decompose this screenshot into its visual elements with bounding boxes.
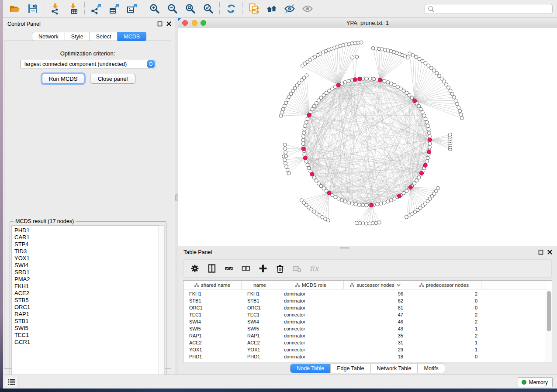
mcds-result-node[interactable]: YOX1 <box>14 255 159 262</box>
mcds-result-node[interactable]: RAP1 <box>14 311 159 318</box>
export-image-icon[interactable] <box>123 1 141 16</box>
new-network-from-selection-icon[interactable] <box>245 1 263 16</box>
cell-shared-name: ACE2 <box>183 339 242 346</box>
splitter-grip[interactable] <box>175 194 178 201</box>
cell-shared-name: RAP1 <box>183 332 242 339</box>
tab-network[interactable]: Network <box>32 32 65 41</box>
table-scrollbar-thumb[interactable] <box>547 291 551 331</box>
vertical-splitter[interactable] <box>175 18 178 375</box>
table-row[interactable]: ORC1ORC1dominator610 <box>183 304 547 311</box>
export-network-icon[interactable] <box>87 1 105 16</box>
network-canvas[interactable] <box>178 28 557 246</box>
tab-node-table[interactable]: Node Table <box>291 364 330 373</box>
table-row[interactable]: FKH1FKH1dominator962 <box>183 290 547 297</box>
hide-selected-icon[interactable] <box>280 1 298 16</box>
float-table-panel-icon[interactable] <box>538 249 544 255</box>
delete-icon[interactable] <box>273 262 287 275</box>
column-header-MCDS-role[interactable]: MCDS role <box>278 281 344 289</box>
memory-button[interactable]: Memory <box>518 377 553 387</box>
optimization-criterion-select[interactable]: largest connected component (undirected) <box>20 59 156 69</box>
mcds-result-node[interactable]: STP4 <box>14 241 159 248</box>
first-neighbors-icon[interactable] <box>263 1 280 16</box>
cell-successor-nodes: 46 <box>344 318 407 325</box>
select-stepper-icon <box>147 60 155 68</box>
table-row[interactable]: SWI4SWI4dominator462 <box>183 318 547 325</box>
clear-icon <box>291 262 304 275</box>
mcds-result-node[interactable]: ORC1 <box>14 304 159 311</box>
cell-successor-nodes: 18 <box>344 353 407 360</box>
task-history-button[interactable] <box>5 377 18 387</box>
cell-name: ACE2 <box>242 339 278 346</box>
mcds-result-node[interactable]: STB5 <box>14 297 159 304</box>
show-all-icon <box>298 1 316 16</box>
cell-MCDS-role: dominator <box>278 353 344 360</box>
mcds-result-list[interactable]: PHD1CAR1STP4TID3YOX1SWI4SRD1PMA2FKH1ACE2… <box>11 225 159 382</box>
mcds-result-node[interactable]: PMA2 <box>14 276 159 283</box>
table-row[interactable]: PHD1PHD1dominator180 <box>183 353 547 360</box>
columns-icon[interactable] <box>205 262 218 275</box>
control-panel: Control Panel NetworkStyleSelectMCDS Opt… <box>3 18 175 375</box>
toolbar-separator <box>242 2 242 15</box>
table-panel-splitter-grip[interactable] <box>340 247 349 249</box>
table-scrollbar-track[interactable] <box>546 289 552 362</box>
column-header-predecessor-nodes[interactable]: predecessor nodes <box>407 281 481 289</box>
close-table-panel-icon[interactable] <box>547 249 553 255</box>
cell-MCDS-role: dominator <box>278 332 344 339</box>
mcds-result-node[interactable]: GCR1 <box>14 339 159 346</box>
search-input[interactable] <box>425 4 553 14</box>
tab-edge-table[interactable]: Edge Table <box>330 364 370 373</box>
import-table-icon[interactable] <box>64 1 82 16</box>
tab-motifs[interactable]: Motifs <box>417 364 444 373</box>
export-table-icon[interactable] <box>105 1 123 16</box>
table-row[interactable]: STB1STB1dominator620 <box>183 297 547 304</box>
node-table: shared namenameMCDS rolesuccessor nodesp… <box>183 280 552 362</box>
table-row[interactable]: YOX1YOX1connector291 <box>183 346 547 353</box>
cell-successor-nodes: 62 <box>344 297 407 304</box>
float-panel-icon[interactable] <box>157 21 163 27</box>
column-header-shared-name[interactable]: shared name <box>183 281 242 289</box>
close-panel-button[interactable]: Close panel <box>90 74 135 84</box>
refresh-icon[interactable] <box>222 1 240 16</box>
tab-mcds[interactable]: MCDS <box>118 32 146 41</box>
cell-successor-nodes: 29 <box>344 346 407 353</box>
add-icon[interactable] <box>256 262 270 275</box>
mcds-result-node[interactable]: SWI4 <box>14 262 159 269</box>
tab-network-table[interactable]: Network Table <box>370 364 418 373</box>
mcds-tab-content: Optimization criterion: largest connecte… <box>4 41 171 369</box>
zoom-in-icon[interactable] <box>145 1 163 16</box>
table-row[interactable]: TEC1TEC1connector472 <box>183 311 547 318</box>
mcds-result-node[interactable]: SWI5 <box>14 325 159 332</box>
import-network-icon[interactable] <box>46 1 64 16</box>
save-session-icon[interactable] <box>24 1 42 16</box>
mcds-result-node[interactable]: ACE2 <box>14 290 159 297</box>
open-session-icon[interactable] <box>6 1 24 16</box>
mcds-result-node[interactable]: STB1 <box>14 318 159 325</box>
mcds-result-node[interactable]: TEC1 <box>14 332 159 339</box>
table-panel: Table Panel f(x) shared namenameMCDS rol… <box>178 246 557 375</box>
run-mcds-button[interactable]: Run MCDS <box>42 74 84 84</box>
zoom-fit-icon[interactable] <box>181 1 199 16</box>
table-row[interactable]: ACE2ACE2connector311 <box>183 339 547 346</box>
mcds-result-node[interactable]: PHD1 <box>14 227 159 234</box>
mcds-result-node[interactable]: FKH1 <box>14 283 159 290</box>
mcds-result-node[interactable]: SRD1 <box>14 269 159 276</box>
settings-icon[interactable] <box>188 262 201 275</box>
close-panel-icon[interactable] <box>166 21 172 27</box>
cell-predecessor-nodes: 0 <box>407 297 481 304</box>
mcds-result-scrollbar[interactable] <box>159 225 165 382</box>
cell-predecessor-nodes: 1 <box>407 346 481 353</box>
network-window-titlebar[interactable]: YPA_prune.txt_1 <box>178 18 557 28</box>
deselect-all-icon[interactable] <box>239 262 253 275</box>
tab-select[interactable]: Select <box>90 32 118 41</box>
mcds-result-node[interactable]: TID3 <box>14 248 159 255</box>
desktop-wallpaper-left <box>0 0 3 392</box>
zoom-out-icon[interactable] <box>163 1 181 16</box>
zoom-selected-icon[interactable] <box>199 1 217 16</box>
mcds-result-node[interactable]: CAR1 <box>14 234 159 241</box>
column-header-name[interactable]: name <box>242 281 278 289</box>
column-header-successor-nodes[interactable]: successor nodes <box>344 281 407 289</box>
table-row[interactable]: RAP1RAP1dominator352 <box>183 332 547 339</box>
tab-style[interactable]: Style <box>65 32 90 41</box>
table-row[interactable]: SWI5SWI5connector431 <box>183 325 547 332</box>
select-all-icon[interactable] <box>222 262 235 275</box>
